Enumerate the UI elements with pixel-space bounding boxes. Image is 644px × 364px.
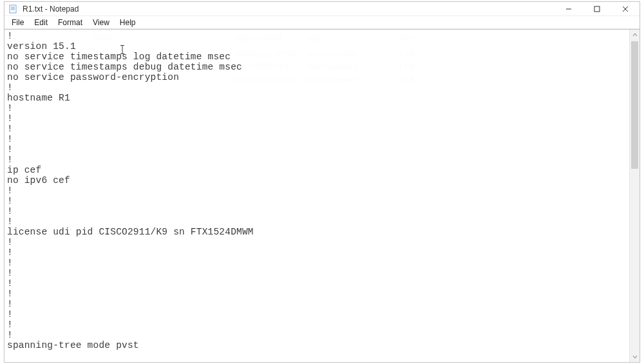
menu-help[interactable]: Help	[115, 17, 140, 28]
scroll-down-icon[interactable]	[630, 352, 639, 362]
text-area-wrap: ! version 15.1 no service timestamps log…	[5, 29, 639, 362]
maximize-button[interactable]	[583, 2, 611, 16]
menu-file[interactable]: File	[7, 17, 28, 28]
menu-view[interactable]: View	[88, 17, 114, 28]
svg-rect-5	[594, 6, 600, 12]
menu-edit[interactable]: Edit	[30, 17, 52, 28]
window-title: R1.txt - Notepad	[23, 5, 554, 14]
vertical-scrollbar[interactable]	[629, 30, 639, 362]
text-area[interactable]: ! version 15.1 no service timestamps log…	[5, 30, 629, 362]
scrollbar-thumb[interactable]	[631, 41, 638, 169]
close-button[interactable]	[611, 2, 639, 16]
menu-bar: File Edit Format View Help	[5, 16, 639, 29]
minimize-button[interactable]	[554, 2, 583, 16]
notepad-icon	[8, 4, 19, 14]
svg-rect-0	[10, 5, 16, 13]
title-bar[interactable]: R1.txt - Notepad	[5, 2, 639, 16]
scroll-up-icon[interactable]	[630, 30, 639, 40]
menu-format[interactable]: Format	[53, 17, 87, 28]
notepad-window: R1.txt - Notepad File Edit Format View H…	[4, 1, 640, 363]
